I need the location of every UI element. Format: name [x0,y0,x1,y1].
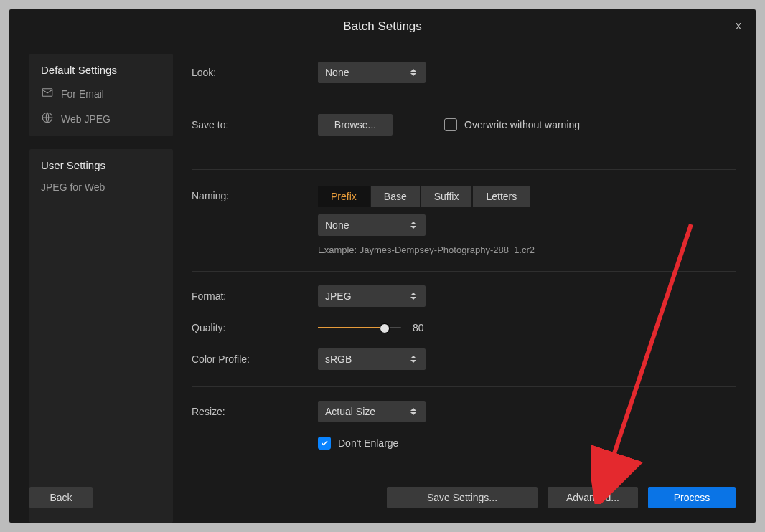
sidebar-item-label: JPEG for Web [41,181,105,193]
titlebar: Batch Settings x [9,9,756,44]
dont-enlarge-checkbox[interactable]: Don't Enlarge [318,437,398,450]
checkbox-icon [444,118,457,131]
batch-settings-window: Batch Settings x Default Settings For Em… [9,9,756,523]
quality-label: Quality: [192,322,318,333]
format-label: Format: [192,290,318,302]
naming-value: None [325,219,408,231]
sidebar-item-label: Web JPEG [61,113,111,125]
user-settings-panel: User Settings JPEG for Web [29,149,173,523]
chevron-updown-icon [408,222,418,229]
window-title: Batch Settings [343,19,422,34]
overwrite-checkbox[interactable]: Overwrite without warning [444,118,580,131]
look-select[interactable]: None [318,62,426,83]
sidebar-item-web-jpeg[interactable]: Web JPEG [41,111,161,126]
format-row: Format: JPEG [192,285,736,308]
naming-label: Naming: [192,190,318,201]
footer: Back Save Settings... Advanced... Proces… [29,487,736,508]
dont-enlarge-label: Don't Enlarge [338,437,398,449]
look-label: Look: [192,67,318,78]
divider [192,100,736,100]
naming-tab-prefix[interactable]: Prefix [318,186,370,207]
advanced-button[interactable]: Advanced... [548,487,638,508]
checkbox-icon [318,437,331,450]
chevron-updown-icon [408,356,418,363]
dont-enlarge-row: Don't Enlarge [192,432,736,455]
save-to-label: Save to: [192,119,318,130]
format-select[interactable]: JPEG [318,285,426,307]
sidebar-item-jpeg-for-web[interactable]: JPEG for Web [41,181,161,193]
overwrite-label: Overwrite without warning [464,119,580,130]
naming-tabs: PrefixBaseSuffixLetters [318,186,535,207]
slider-knob[interactable] [380,324,389,333]
color-profile-select[interactable]: sRGB [318,348,426,370]
sidebar: Default Settings For Email Web JPEG User… [29,54,173,523]
resize-row: Resize: Actual Size [192,400,736,423]
mail-icon [41,86,54,101]
format-value: JPEG [325,290,408,302]
quality-value: 80 [413,322,424,333]
color-profile-row: Color Profile: sRGB [192,348,736,371]
browse-button[interactable]: Browse... [318,114,393,136]
naming-row: Naming: PrefixBaseSuffixLetters None Exa… [192,186,736,255]
close-icon[interactable]: x [736,19,741,32]
chevron-updown-icon [408,69,418,76]
sidebar-item-label: For Email [61,88,104,100]
naming-example: Example: Jaymes-Dempsey-Photography-288_… [318,244,535,255]
divider [192,271,736,272]
user-settings-header: User Settings [41,159,161,171]
color-profile-label: Color Profile: [192,353,318,365]
resize-select[interactable]: Actual Size [318,401,426,422]
sidebar-item-for-email[interactable]: For Email [41,86,161,101]
default-settings-header: Default Settings [41,64,161,76]
save-to-row: Save to: Browse... Overwrite without war… [192,113,736,136]
naming-tab-suffix[interactable]: Suffix [421,186,472,207]
look-row: Look: None [192,61,736,84]
quality-slider[interactable] [318,323,401,333]
back-button[interactable]: Back [29,487,93,508]
resize-label: Resize: [192,406,318,417]
globe-icon [41,111,54,126]
chevron-updown-icon [408,408,418,415]
color-profile-value: sRGB [325,353,408,365]
look-value: None [325,67,408,78]
svg-rect-0 [42,89,52,97]
resize-value: Actual Size [325,406,408,417]
default-settings-panel: Default Settings For Email Web JPEG [29,54,173,136]
settings-form: Look: None Save to: Browse... Overwrite … [192,54,736,523]
divider [192,169,736,170]
chevron-updown-icon [408,293,418,300]
dialog-body: Default Settings For Email Web JPEG User… [9,44,756,523]
process-button[interactable]: Process [648,487,736,508]
divider [192,386,736,387]
naming-select[interactable]: None [318,214,426,236]
quality-row: Quality: 80 [192,316,736,339]
save-settings-button[interactable]: Save Settings... [387,487,538,508]
naming-tab-base[interactable]: Base [371,186,420,207]
naming-tab-letters[interactable]: Letters [473,186,530,207]
